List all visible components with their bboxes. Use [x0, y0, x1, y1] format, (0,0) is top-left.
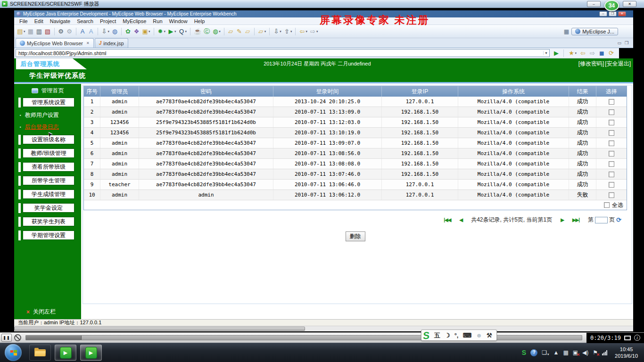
row-checkbox[interactable] — [609, 120, 614, 125]
taskbar-clock[interactable]: 10:45 2019/6/10 — [615, 346, 640, 359]
sidebar-item-teacher-user-settings[interactable]: ▪ 教师用户设置 — [20, 111, 81, 119]
start-button[interactable] — [5, 344, 22, 361]
menu-item[interactable]: Help — [191, 18, 208, 24]
input-mode-icon[interactable]: 五 — [434, 332, 440, 338]
menu-item[interactable]: Navigate — [47, 18, 74, 24]
tray-action-center-icon[interactable]: ⚑✕ — [593, 350, 598, 355]
menu-item[interactable]: Window — [166, 18, 191, 24]
dropdown-caret-icon[interactable]: ▾ — [108, 30, 110, 33]
row-checkbox[interactable] — [609, 182, 614, 188]
sidebar-item-teacher-class-manage[interactable]: ▪ 教师/班级管理 — [23, 148, 74, 158]
next-annotation-icon[interactable]: ⇩▾ — [272, 26, 282, 37]
new-leaf-icon[interactable]: ✿▾ — [124, 26, 132, 37]
page-number-input[interactable] — [595, 217, 608, 223]
run-icon[interactable]: ▶▾ — [167, 26, 177, 37]
profile-icon[interactable]: Q▾ — [178, 26, 188, 37]
menu-item[interactable]: Edit — [31, 18, 47, 24]
search-text-icon[interactable]: A▾ — [87, 26, 95, 37]
new-wizard-icon[interactable]: ▤▾ — [16, 26, 26, 37]
tab-web-browser[interactable]: MyEclipse Web Browser ✕ — [16, 38, 94, 48]
print-icon[interactable]: ▥▾ — [35, 26, 43, 37]
import-icon[interactable]: ⇩▾ — [100, 26, 111, 37]
go-button[interactable]: ▶▾ — [552, 48, 560, 58]
sidebar-item-scholarship[interactable]: ▪ 奖学金设定 — [23, 203, 74, 213]
goto-page-icon[interactable]: ⟳ — [616, 216, 621, 223]
settings-wrench-icon[interactable]: ⚒ — [487, 332, 492, 338]
dropdown-caret-icon[interactable]: ▾ — [149, 30, 150, 33]
dropdown-caret-icon[interactable]: ▾ — [164, 30, 166, 33]
palette-icon[interactable]: ❖▾ — [132, 26, 140, 37]
tray-window-icon[interactable]: ❏▾ — [542, 350, 549, 355]
sidebar-item-students-manage[interactable]: ▪ 所带学生管理 — [23, 176, 74, 185]
new-web-project-icon[interactable]: ◍▾ — [211, 26, 222, 37]
speed-button[interactable] — [14, 334, 21, 341]
taskbar-player-button-2[interactable]: ▶ — [80, 345, 102, 361]
dropdown-caret-icon[interactable]: ▾ — [290, 30, 292, 33]
next-page-button[interactable]: ▶ — [561, 217, 564, 222]
url-input[interactable]: http://localhost:8080/Pjpy/Admin.shtml ▾ — [16, 49, 550, 57]
dropdown-caret-icon[interactable]: ▾ — [219, 30, 221, 33]
maximize-view-icon[interactable]: ❒ — [625, 41, 628, 45]
tray-display-icon[interactable]: ▦ — [563, 350, 568, 355]
tray-sogou-icon[interactable]: S — [522, 349, 526, 356]
web-globe-icon[interactable]: ◍▾ — [111, 26, 119, 37]
dropdown-caret-icon[interactable]: ▾ — [185, 30, 187, 33]
minimize-view-icon[interactable]: ▭ — [617, 41, 621, 45]
dropdown-caret-icon[interactable]: ▾ — [305, 30, 307, 33]
close-left-panel-link[interactable]: × 关闭左栏 — [14, 308, 81, 316]
menu-item[interactable]: Search — [74, 18, 97, 24]
new-class-icon[interactable]: Ⓒ▾ — [203, 26, 211, 37]
taskbar-player-button-1[interactable]: ▶ — [55, 345, 76, 361]
menu-item[interactable]: MyEclipse — [119, 18, 149, 24]
java-icon[interactable]: ☕▾ — [193, 26, 202, 37]
export-war-icon[interactable]: ▧▾ — [44, 26, 52, 37]
dropdown-caret-icon[interactable]: ▾ — [575, 51, 577, 55]
sogou-logo-icon[interactable]: S — [422, 330, 430, 340]
url-dropdown-icon[interactable]: ▾ — [543, 51, 548, 55]
open-perspective-icon[interactable]: ▦ — [564, 28, 569, 35]
taskbar-explorer-button[interactable] — [29, 345, 51, 361]
horizontal-scrollbar[interactable] — [14, 326, 633, 331]
sidebar-item-login-log[interactable]: ▪ 后台登录日志 — [20, 123, 81, 131]
sidebar-item-semester-settings[interactable]: ▪ 学期管理设置 — [23, 230, 74, 240]
row-checkbox[interactable] — [609, 140, 614, 146]
tray-device-error-icon[interactable]: ▣✕ — [573, 350, 578, 355]
delete-button[interactable]: 删除 — [346, 231, 365, 241]
account-icon[interactable]: ☻ — [476, 332, 482, 338]
back-icon[interactable]: ⇦▾ — [298, 26, 308, 37]
tray-help-icon[interactable]: ? — [530, 349, 537, 356]
tray-show-hidden-icon[interactable]: ▲ — [553, 350, 559, 355]
copy-icon[interactable]: ▣▾ — [141, 26, 151, 37]
dropdown-caret-icon[interactable]: ▾ — [280, 30, 281, 33]
open-resource-icon[interactable]: ▱▾ — [227, 26, 235, 37]
debug-icon[interactable]: ✹▾ — [157, 26, 167, 37]
dropdown-caret-icon[interactable]: ▾ — [316, 30, 318, 33]
save-icon[interactable]: ▦▾ — [27, 26, 35, 37]
perspective-button[interactable]: MyEclipse J... — [571, 28, 618, 35]
prev-annotation-icon[interactable]: ⇧▾ — [283, 26, 293, 37]
ide-minimize-button[interactable]: – — [599, 11, 607, 16]
row-checkbox[interactable] — [609, 172, 614, 177]
fullscreen-icon[interactable] — [624, 336, 631, 340]
sidebar-item-award-list[interactable]: ▪ 获奖学生列表 — [23, 217, 74, 226]
add-favorite-button[interactable]: ★▾ — [567, 48, 578, 58]
playback-progress-bar[interactable] — [25, 335, 582, 340]
tray-network-icon[interactable] — [602, 350, 607, 355]
back-button[interactable]: ⇦▾ — [579, 48, 587, 58]
forward-icon[interactable]: ⇨▾ — [309, 26, 319, 37]
tab-close-icon[interactable]: ✕ — [86, 41, 90, 45]
sidebar-item-grades-manage[interactable]: ▪ 学生成绩管理 — [23, 189, 74, 199]
soft-keyboard-icon[interactable]: ⌨ — [462, 332, 471, 338]
annotate-icon[interactable]: ✎▾ — [235, 26, 243, 37]
logout-link[interactable]: [安全退出] — [605, 60, 631, 68]
menu-item[interactable]: File — [16, 18, 31, 24]
player-close-button[interactable]: ✕ — [623, 1, 636, 7]
menu-item[interactable]: Project — [97, 18, 119, 24]
half-full-moon-icon[interactable]: ☽ — [445, 332, 450, 338]
pause-button[interactable]: ❚❚ — [1, 334, 12, 342]
dropdown-caret-icon[interactable]: ▾ — [264, 30, 266, 33]
scrollbar-handle[interactable] — [14, 327, 305, 331]
tab-index-jsp[interactable]: J index.jsp — [95, 38, 128, 48]
folder-nav-icon[interactable]: ▱▾ — [257, 26, 267, 37]
tray-volume-icon[interactable]: ◀) — [582, 350, 588, 355]
